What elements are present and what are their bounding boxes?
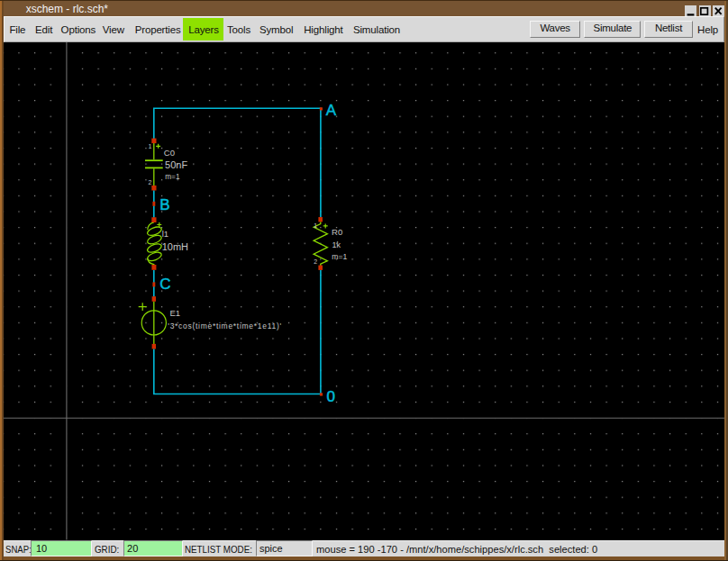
svg-text:10mH: 10mH [161,241,187,252]
svg-text:0: 0 [326,388,334,405]
svg-text:R0: R0 [332,227,342,237]
svg-text:C0: C0 [163,148,174,158]
svg-text:1k: 1k [332,240,341,249]
svg-text:m=1: m=1 [332,252,347,261]
svg-text:E1: E1 [169,308,180,318]
svg-text:C: C [159,276,170,293]
svg-text:2: 2 [314,258,317,265]
svg-text:B: B [159,196,169,213]
svg-text:1: 1 [314,222,317,229]
svg-text:1: 1 [148,143,151,149]
svg-text:A: A [325,102,336,119]
svg-text:2: 2 [148,179,151,185]
svg-text:m=1: m=1 [165,173,180,181]
svg-text:l1: l1 [161,229,168,239]
svg-text:50nF: 50nF [165,159,187,170]
svg-text:'3*cos(time*time*time*1e11)': '3*cos(time*time*time*1e11)' [168,321,282,330]
